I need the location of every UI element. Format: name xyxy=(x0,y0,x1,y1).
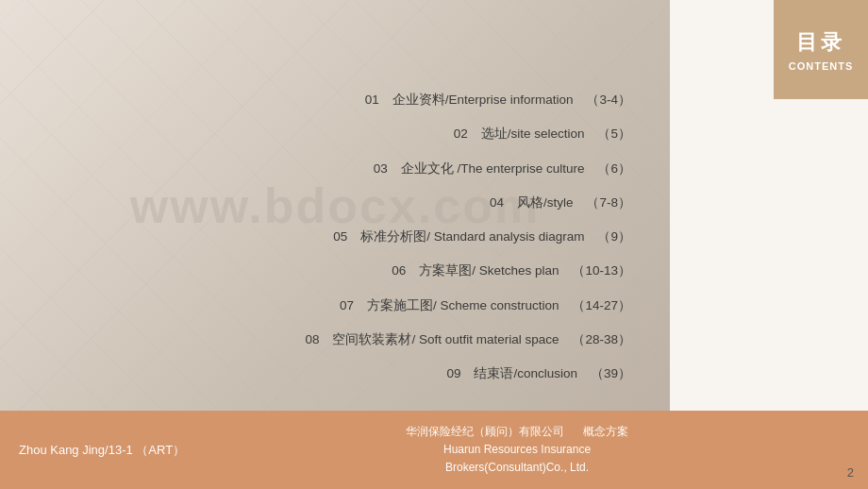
contents-title-zh: 目录 xyxy=(796,28,845,57)
footer-center: 华润保险经纪（顾问）有限公司 概念方案 Huarun Resources Ins… xyxy=(406,423,628,478)
menu-item-09: 09 结束语/conclusion （39） xyxy=(0,357,646,391)
menu-item-07: 07 方案施工图/ Scheme construction （14-27） xyxy=(0,289,646,323)
menu-item-01-text: 01 企业资料/Enterprise information （3-4） xyxy=(365,91,631,110)
footer-bar: Zhou Kang Jing/13-1 （ART） 华润保险经纪（顾问）有限公司… xyxy=(0,411,868,489)
menu-item-09-text: 09 结束语/conclusion （39） xyxy=(446,364,631,383)
menu-item-06-text: 06 方案草图/ Sketches plan （10-13） xyxy=(392,261,631,280)
footer-center-line2: Huarun Resources Insurance xyxy=(406,441,628,459)
footer-left-text: Zhou Kang Jing/13-1 （ART） xyxy=(19,443,185,457)
menu-item-03: 03 企业文化 /The enterprise culture （6） xyxy=(0,152,646,186)
page-number: 2 xyxy=(847,465,854,480)
footer-left: Zhou Kang Jing/13-1 （ART） xyxy=(19,442,185,459)
menu-item-01: 01 企业资料/Enterprise information （3-4） xyxy=(0,83,646,117)
contents-title-en: CONTENTS xyxy=(789,60,854,72)
footer-center-line1: 华润保险经纪（顾问）有限公司 概念方案 xyxy=(406,423,628,441)
footer-center-line3: Brokers(Consultant)Co., Ltd. xyxy=(406,459,628,477)
menu-item-05-text: 05 标准分析图/ Standard analysis diagram （9） xyxy=(333,228,631,246)
menu-item-04: 04 风格/style （7-8） xyxy=(0,186,646,220)
menu-item-06: 06 方案草图/ Sketches plan （10-13） xyxy=(0,254,646,288)
menu-item-03-text: 03 企业文化 /The enterprise culture （6） xyxy=(374,160,631,178)
menu-item-02-text: 02 选址/site selection （5） xyxy=(454,125,631,143)
menu-item-08: 08 空间软装素材/ Soft outfit material space （2… xyxy=(0,323,646,357)
menu-item-08-text: 08 空间软装素材/ Soft outfit material space （2… xyxy=(305,330,631,349)
menu-item-07-text: 07 方案施工图/ Scheme construction （14-27） xyxy=(340,296,631,315)
menu-item-04-text: 04 风格/style （7-8） xyxy=(490,194,631,212)
menu-item-05: 05 标准分析图/ Standard analysis diagram （9） xyxy=(0,220,646,254)
menu-area: 01 企业资料/Enterprise information （3-4） 02 … xyxy=(0,83,868,391)
menu-item-02: 02 选址/site selection （5） xyxy=(0,117,646,151)
